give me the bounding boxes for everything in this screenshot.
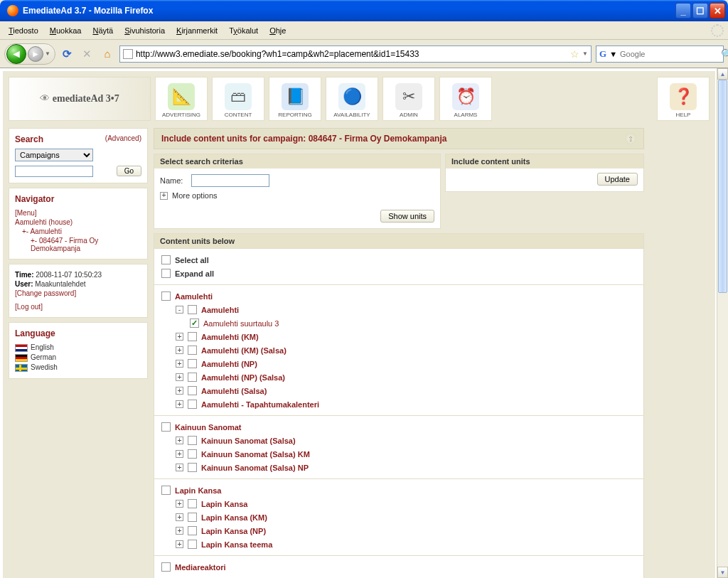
go-button[interactable]: Go [117,166,141,176]
unit-label[interactable]: Aamulehti (KM) (Salsa) [201,346,287,355]
expand-toggle[interactable]: + [176,400,183,408]
menu-kirjanmerkit[interactable]: Kirjanmerkit [172,25,222,36]
unit-checkbox[interactable] [188,449,197,459]
unit-label[interactable]: Aamulehti (Salsa) [201,387,267,395]
toolbar-content[interactable]: 🗃CONTENT [212,77,264,121]
expand-toggle[interactable]: + [176,527,183,535]
nav-item[interactable]: +- 084647 - Firma Oy Demokampanja [15,236,141,253]
unit-checkbox[interactable] [188,526,197,535]
unit-label[interactable]: Kainuun Sanomat (Salsa) [201,437,296,445]
name-input[interactable] [191,174,269,187]
expand-all-label[interactable]: Expand all [175,269,214,278]
menu-tyokalut[interactable]: Työkalut [225,25,262,36]
toolbar-availability[interactable]: 🔵AVAILABILITY [326,77,378,121]
back-button[interactable]: ◄ [6,44,26,64]
expand-toggle[interactable]: + [176,387,183,395]
unit-checkbox[interactable] [161,562,171,572]
lang-swedish[interactable]: Swedish [15,363,141,373]
stop-button[interactable]: ✕ [80,46,95,62]
unit-label[interactable]: Aamulehti (KM) [201,333,259,341]
logout-link[interactable]: [Log out] [15,302,141,311]
unit-leaf-label[interactable]: Aamulehti suurtaulu 3 [203,319,279,328]
unit-group-label[interactable]: Lapin Kansa [175,486,221,495]
nav-menu[interactable]: [Menu] [15,208,141,218]
scroll-thumb[interactable] [718,80,727,293]
scroll-up[interactable]: ▲ [717,68,728,80]
toolbar-help[interactable]: ❓HELP [657,77,710,121]
expand-toggle[interactable]: + [176,373,183,381]
unit-checkbox[interactable] [161,291,171,301]
search-bar[interactable]: G ▼ 🔍 [596,46,724,63]
minimize-button[interactable]: _ [675,3,691,18]
close-button[interactable]: ✕ [710,3,725,18]
toolbar-admin[interactable]: ✂ADMIN [382,77,435,121]
lang-english[interactable]: English [15,343,141,353]
select-all-checkbox[interactable] [161,255,171,264]
unit-label[interactable]: Aamulehti - Tapahtumakalenteri [201,400,319,409]
unit-label[interactable]: Aamulehti (NP) (Salsa) [201,373,285,382]
forward-button[interactable]: ► [28,46,43,62]
url-input[interactable] [136,49,567,59]
unit-label[interactable]: Lapin Kansa (KM) [201,513,267,522]
maximize-button[interactable]: ☐ [692,3,708,18]
unit-checkbox[interactable] [188,499,197,508]
unit-checkbox[interactable] [190,319,199,328]
expand-all-checkbox[interactable] [161,269,171,278]
unit-checkbox[interactable] [188,373,197,382]
unit-label[interactable]: Aamulehti (NP) [201,360,257,368]
update-button[interactable]: Update [597,173,638,186]
url-bar[interactable]: ☆ ▼ [119,46,592,63]
expand-toggle[interactable]: + [176,360,183,368]
unit-checkbox[interactable] [188,346,197,355]
unit-checkbox[interactable] [188,305,197,314]
collapse-icon[interactable]: ⇧ [625,133,636,144]
unit-label[interactable]: Kainuun Sanomat (Salsa) NP [201,464,309,472]
unit-label[interactable]: Lapin Kansa [201,500,247,508]
menu-muokkaa[interactable]: Muokkaa [46,25,86,36]
unit-label[interactable]: Kainuun Sanomat (Salsa) KM [201,450,310,459]
home-button[interactable]: ⌂ [100,46,115,62]
unit-checkbox[interactable] [188,436,197,445]
toolbar-alarms[interactable]: ⏰ALARMS [439,77,492,121]
search-icon[interactable]: 🔍 [721,48,728,60]
select-all-label[interactable]: Select all [175,256,209,264]
expand-toggle[interactable]: + [176,346,183,354]
nav-history-dropdown[interactable]: ▼ [45,50,50,57]
search-input[interactable] [620,50,718,58]
expand-toggle[interactable]: + [176,333,183,341]
expand-toggle[interactable]: - [176,306,183,314]
unit-checkbox[interactable] [188,400,197,409]
menu-tiedosto[interactable]: Tiedosto [4,25,43,36]
menu-nayta[interactable]: Näytä [88,25,117,36]
expand-toggle[interactable]: + [176,437,183,444]
unit-checkbox[interactable] [161,422,171,432]
unit-label[interactable]: Aamulehti [201,306,239,314]
unit-group-label[interactable]: Aamulehti [175,292,213,301]
search-type-select[interactable]: Campaigns [15,149,93,161]
toolbar-advertising[interactable]: 📐ADVERTISING [155,77,208,121]
scroll-down[interactable]: ▼ [717,567,728,578]
url-dropdown[interactable]: ▼ [582,50,588,57]
unit-label[interactable]: Lapin Kansa (NP) [201,527,266,535]
unit-checkbox[interactable] [161,486,171,495]
unit-label[interactable]: Lapin Kansa teema [201,540,272,549]
expand-toggle[interactable]: + [176,500,183,508]
reload-button[interactable]: ⟳ [60,46,75,62]
unit-group-label[interactable]: Mediareaktori [175,563,226,572]
expand-toggle[interactable]: + [176,464,183,471]
toolbar-reporting[interactable]: 📘REPORTING [269,77,321,121]
unit-checkbox[interactable] [188,386,197,395]
bookmark-star-icon[interactable]: ☆ [570,48,579,60]
scrollbar[interactable]: ▲ ▼ [717,68,728,578]
menu-ohje[interactable]: Ohje [265,25,290,36]
unit-checkbox[interactable] [188,332,197,341]
unit-group-label[interactable]: Kainuun Sanomat [175,423,242,432]
unit-checkbox[interactable] [188,359,197,368]
advanced-link[interactable]: (Advanced) [105,134,141,142]
expand-toggle[interactable]: + [176,513,183,521]
expand-toggle[interactable]: + [176,450,183,458]
unit-checkbox[interactable] [188,540,197,549]
nav-item[interactable]: +- Aamulehti [15,227,141,236]
search-engine-dropdown[interactable]: ▼ [609,50,617,58]
menu-sivuhistoria[interactable]: Sivuhistoria [120,25,169,36]
